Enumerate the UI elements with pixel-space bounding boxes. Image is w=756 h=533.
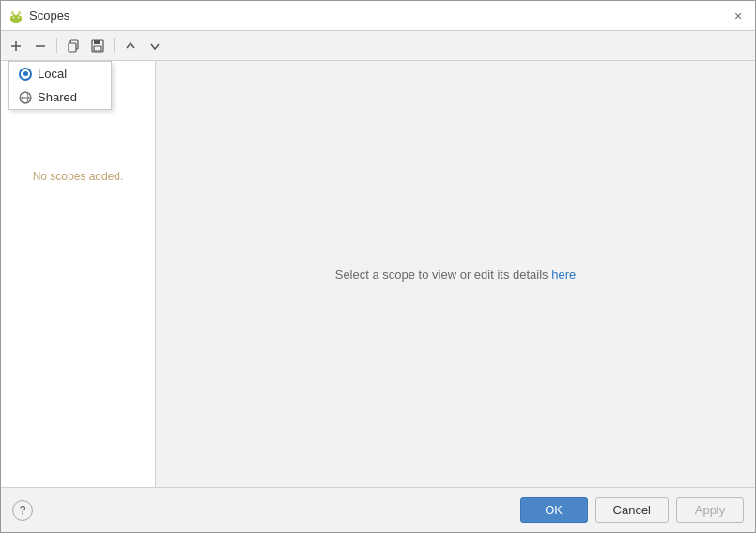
add-scope-dropdown: Local Shared (8, 61, 112, 110)
select-scope-hint: Select a scope to view or edit its detai… (335, 267, 577, 282)
svg-rect-15 (94, 46, 101, 51)
svg-point-3 (18, 13, 20, 16)
title-bar-left: Scopes (8, 8, 69, 23)
footer: ? OK Cancel Apply (1, 487, 755, 532)
main-panel: Select a scope to view or edit its detai… (156, 61, 755, 487)
save-button[interactable] (86, 35, 109, 57)
svg-line-5 (19, 11, 21, 14)
toolbar-separator-2 (114, 38, 115, 53)
svg-point-2 (13, 13, 15, 16)
remove-button[interactable] (29, 35, 52, 57)
no-scopes-message: No scopes added. (1, 155, 155, 198)
cancel-button[interactable]: Cancel (595, 497, 669, 523)
move-up-button[interactable] (119, 35, 142, 57)
svg-rect-12 (69, 43, 76, 52)
move-up-icon (124, 39, 137, 53)
close-button[interactable]: × (729, 7, 748, 25)
hint-prefix: Select a scope to view or edit its detai… (335, 267, 552, 282)
local-scope-icon (19, 68, 32, 81)
add-icon (9, 39, 23, 53)
copy-icon (67, 39, 80, 53)
dropdown-item-local[interactable]: Local (9, 62, 111, 85)
svg-point-6 (13, 16, 15, 18)
remove-icon (34, 39, 47, 53)
select-scope-text: Select a scope to view or edit its detai… (335, 267, 577, 282)
move-down-button[interactable] (144, 35, 166, 57)
svg-point-7 (18, 16, 20, 18)
copy-button[interactable] (62, 35, 85, 57)
apply-button[interactable]: Apply (676, 497, 744, 523)
dropdown-item-shared[interactable]: Shared (9, 85, 111, 109)
move-down-icon (148, 39, 162, 53)
footer-left: ? (12, 500, 33, 521)
shared-scope-icon (19, 91, 32, 104)
save-icon (91, 39, 104, 53)
toolbar-separator-1 (56, 38, 57, 53)
toolbar (1, 31, 755, 61)
add-button[interactable] (5, 35, 27, 57)
svg-rect-14 (94, 40, 100, 44)
content-area: Local Shared No scopes added. (1, 61, 755, 487)
scopes-dialog: Scopes × (0, 0, 756, 533)
dialog-title: Scopes (29, 8, 69, 23)
ok-button[interactable]: OK (520, 497, 588, 523)
svg-rect-1 (10, 16, 22, 21)
sidebar: Local Shared No scopes added. (1, 61, 156, 487)
hint-link[interactable]: here (551, 267, 576, 282)
title-bar: Scopes × (1, 1, 755, 31)
footer-right: OK Cancel Apply (520, 497, 744, 523)
help-button[interactable]: ? (12, 500, 33, 521)
local-scope-label: Local (38, 67, 67, 81)
shared-scope-label: Shared (38, 90, 77, 104)
svg-line-4 (11, 11, 13, 14)
app-icon (8, 8, 23, 23)
